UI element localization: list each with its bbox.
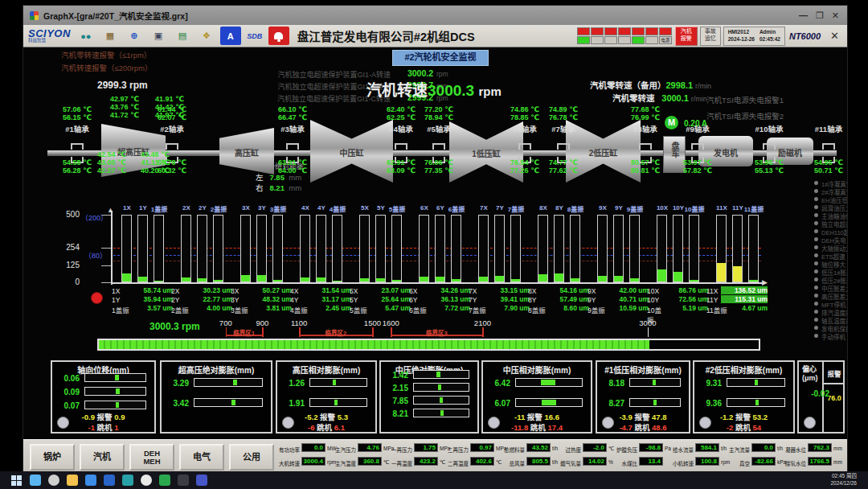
metric-label: 小机转速 xyxy=(673,459,694,467)
metric-label: 一再压力 xyxy=(391,446,412,454)
keyboard-icon[interactable]: ▦ xyxy=(100,27,121,45)
metric-unit: t/h xyxy=(552,446,558,451)
vib-value: 4.67 um xyxy=(721,304,768,312)
bearing-temp-bottom: 55.13 ℃ xyxy=(748,166,790,175)
panel-bar-marker xyxy=(542,400,556,405)
bearing-temp-bottom: 53.95 ℃ xyxy=(748,158,790,166)
vib-bar-10盖振 xyxy=(689,215,699,282)
metric-value: 43.52 xyxy=(526,443,551,452)
panel-bar xyxy=(309,398,367,407)
event-recall-button[interactable]: 事故 追忆 xyxy=(700,27,721,46)
app-icon-blue[interactable] xyxy=(104,475,115,486)
alarm-bell-icon[interactable] xyxy=(268,27,289,45)
alarm-grid-cell xyxy=(591,36,604,44)
ops-button-公用[interactable]: 公用 xyxy=(229,444,274,471)
metric-value: 4.76 xyxy=(358,443,382,452)
metric-unit: ℃ xyxy=(608,446,614,452)
vib-bar-8盖振 xyxy=(570,215,580,282)
panel-value: 1.26 xyxy=(279,379,305,388)
vib-bar-5Y xyxy=(375,215,386,282)
panel-value: 0.06 xyxy=(54,374,80,383)
app-icon-white[interactable] xyxy=(141,475,152,486)
alarm-list-bullet xyxy=(814,310,818,314)
printer-icon[interactable]: ▣ xyxy=(148,27,169,45)
bearing-bracket-top xyxy=(166,143,178,150)
metric-value: 360.8 xyxy=(358,457,382,466)
vib-bar-fill xyxy=(630,278,639,281)
panel-高压相对膨胀(mm): 高压相对膨胀(mm)1.261.91-5.2 报警 5.3-6 跳机 6.1 xyxy=(276,360,377,434)
bearing-bracket-top xyxy=(71,143,84,150)
vib-bar-7X xyxy=(478,215,489,282)
app-icon-dark[interactable] xyxy=(178,475,189,486)
toolbar-close-icon[interactable]: ✕ xyxy=(827,30,842,42)
chart-ytick-mark xyxy=(101,282,111,283)
vib-bar-fill xyxy=(614,276,623,281)
chart-ytick-mark xyxy=(101,265,111,266)
vib-bar-fill xyxy=(598,276,607,281)
close-button[interactable]: ✕ xyxy=(832,10,839,21)
panel-bar xyxy=(194,378,263,387)
users-icon[interactable]: ●● xyxy=(76,27,96,45)
panel-value: 8.21 xyxy=(383,409,408,418)
panel-bar xyxy=(515,398,583,407)
turbine-alarm-button[interactable]: 汽机 报警 xyxy=(675,27,698,46)
chart-ytick: 500 xyxy=(47,210,80,219)
panel-value: 1.91 xyxy=(279,399,305,408)
metric-label: 真空 xyxy=(729,459,750,467)
book-icon[interactable]: ❖ xyxy=(196,27,217,45)
vib-value: 42.00 um xyxy=(602,286,649,294)
alarm-list-bullet xyxy=(814,181,818,185)
search-icon[interactable] xyxy=(48,475,59,486)
vib-bar-fill xyxy=(420,277,428,281)
metric-unit: ℃ xyxy=(383,459,389,466)
globe-icon[interactable]: ⊕ xyxy=(124,27,145,45)
ops-button-DEHMEH[interactable]: DEH MEH xyxy=(129,444,174,471)
monitor-icon[interactable]: ▤ xyxy=(172,27,193,45)
windows-taskbar: 02:45 周四 2024/12/26 xyxy=(0,471,868,489)
vib-value: 5.47 um xyxy=(364,304,411,312)
ops-button-电气[interactable]: 电气 xyxy=(179,444,224,471)
maximize-button[interactable]: ❐ xyxy=(816,10,824,21)
app-icon-teal[interactable] xyxy=(122,475,133,486)
eccentric-value: -0.02 xyxy=(802,389,829,398)
vib-bar-10X xyxy=(657,215,667,282)
app-icon-green[interactable] xyxy=(159,475,170,486)
panel-中压绝对膨胀(mm): 中压绝对膨胀(mm)1.422.157.858.21 xyxy=(379,360,479,434)
alarm-list-bullet xyxy=(814,221,818,225)
start-button[interactable] xyxy=(30,475,41,486)
cylinder-label: 1低压缸 xyxy=(449,147,523,159)
zero-speed-value: 3000.1 xyxy=(661,93,689,103)
minimize-button[interactable]: — xyxy=(799,10,808,21)
toolbar-icons: ●●▦⊕▣▤❖ASDB xyxy=(76,27,289,45)
ja-icon[interactable]: A xyxy=(220,27,241,45)
start-button[interactable] xyxy=(11,475,22,486)
metric-unit: mm xyxy=(833,446,842,451)
bearing-temp-top: 76.99 ℃ xyxy=(624,113,666,121)
chart-ytick-mark xyxy=(101,248,111,249)
folder-icon[interactable] xyxy=(67,475,78,486)
panel-bar-marker xyxy=(116,388,120,394)
bearing-bracket-top xyxy=(822,143,835,150)
vib-bar-fill xyxy=(301,277,309,281)
vib-value: 31.17 um xyxy=(305,295,351,303)
metric-unit: Pa xyxy=(665,446,671,451)
taskbar-clock[interactable]: 02:45 周四 2024/12/26 xyxy=(830,473,868,487)
edge-browser-icon[interactable] xyxy=(85,475,96,486)
bearing-temp-top: 77.68 ℃ xyxy=(624,105,666,113)
metric-value: 805.5 xyxy=(526,457,551,466)
vib-bar-4Y xyxy=(316,215,326,282)
vib-bar-label: 5盖振 xyxy=(384,204,410,213)
bearing-bracket-top xyxy=(286,143,299,150)
vib-bar-label: 2盖振 xyxy=(206,204,231,213)
sdb-icon[interactable]: SDB xyxy=(244,27,265,45)
metric-unit: t/h xyxy=(721,446,727,451)
app-icon-indigo[interactable] xyxy=(196,475,207,486)
alarm-grid-cell xyxy=(604,27,617,35)
bearing-bracket-top xyxy=(557,143,570,150)
chart-alt-ytick: （80） xyxy=(84,250,117,261)
chart-x-axis xyxy=(111,282,764,284)
ops-button-锅炉[interactable]: 锅炉 xyxy=(30,444,75,471)
ops-button-汽机[interactable]: 汽机 xyxy=(80,444,125,471)
panel-value: 6.07 xyxy=(485,399,510,408)
metric-value: 402.6 xyxy=(470,457,494,466)
